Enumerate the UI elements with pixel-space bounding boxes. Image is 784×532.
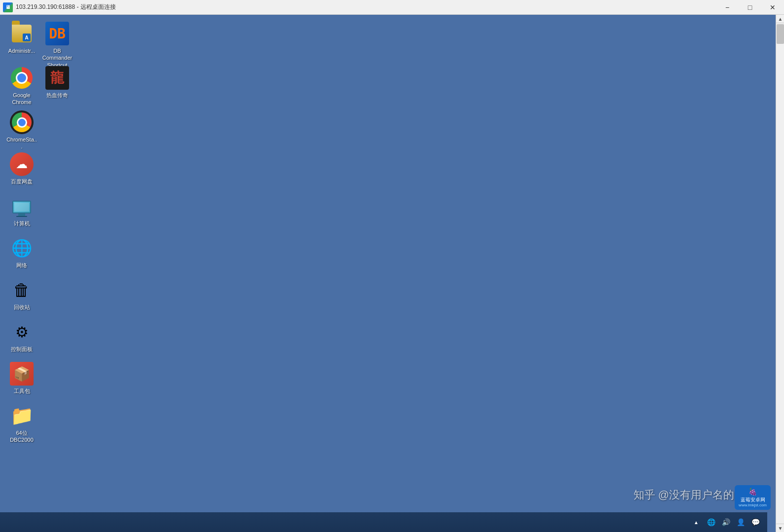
folder64-label: 64位DBC2000 (6, 429, 37, 444)
scrollbar[interactable]: ▲ ▼ (776, 15, 784, 532)
desktop-icon-tools[interactable]: 📦 工具包 (4, 360, 39, 396)
tools-label: 工具包 (14, 388, 30, 394)
rebirth-icon: 龍 (45, 66, 69, 90)
monitor-body (12, 201, 31, 213)
desktop: A Administr... DB DB CommanderShortcut G… (0, 15, 776, 532)
scrollbar-up-button[interactable]: ▲ (776, 15, 784, 23)
lm-logo-site: www.lmkjst.com (739, 503, 767, 508)
window-controls: − □ ✕ (716, 0, 784, 15)
title-icon: 🖥 (3, 2, 13, 12)
tray-user-icon[interactable]: 👤 (735, 516, 747, 528)
administrator-label: Administr... (8, 47, 35, 54)
taskbar: ▲ 🌐 🔊 👤 💬 (0, 512, 767, 532)
desktop-icon-recyclebin[interactable]: 🗑 回收站 (4, 276, 39, 313)
chromestandalone-icon (10, 110, 34, 134)
lm-logo-icon: 🍇 (739, 487, 767, 496)
rebirth-label: 热血传奇 (46, 92, 68, 99)
desktop-icon-computer[interactable]: 计算机 (4, 192, 39, 229)
desktop-icon-controlpanel[interactable]: ⚙ 控制面板 (4, 318, 39, 355)
close-button[interactable]: ✕ (761, 0, 784, 15)
tray-chat-icon[interactable]: 💬 (749, 516, 761, 528)
baidudisk-icon: ☁ (10, 152, 34, 176)
administrator-icon: A (10, 22, 34, 45)
chrome-label: Google Chrome (6, 92, 37, 106)
folder64-icon: 📁 (10, 404, 34, 427)
computer-icon (10, 194, 34, 218)
dbcommander-icon: DB (45, 22, 69, 45)
desktop-icon-chromestandalone[interactable]: ChromeSta... (4, 108, 39, 152)
network-icon: 🌐 (10, 236, 34, 260)
monitor-screen (14, 203, 29, 212)
controlpanel-icon: ⚙ (10, 320, 34, 344)
desktop-icon-network[interactable]: 🌐 网络 (4, 234, 39, 271)
scrollbar-thumb[interactable] (777, 24, 784, 44)
baidudisk-label: 百度网盘 (11, 178, 33, 185)
lm-logo: 🍇 蓝莓安卓网 www.lmkjst.com (735, 485, 771, 510)
chromestandalone-label: ChromeSta... (6, 136, 37, 150)
desktop-icon-64dbc2000[interactable]: 📁 64位DBC2000 (4, 402, 39, 446)
network-label: 网络 (16, 262, 27, 269)
desktop-icon-administrator[interactable]: A Administr... (4, 20, 39, 56)
admin-badge: A (23, 34, 31, 41)
system-tray: ▲ 🌐 🔊 👤 💬 (690, 516, 765, 528)
branding-area: 🍇 蓝莓安卓网 www.lmkjst.com (735, 485, 771, 510)
title-text: 103.219.30.190:61888 - 远程桌面连接 (16, 3, 716, 11)
tray-arrow[interactable]: ▲ (690, 516, 702, 528)
chrome-icon (10, 66, 34, 90)
scrollbar-down-button[interactable]: ▼ (776, 524, 784, 532)
desktop-icon-baidudisk[interactable]: ☁ 百度网盘 (4, 150, 39, 187)
recyclebin-label: 回收站 (14, 304, 30, 311)
desktop-icon-chrome[interactable]: Google Chrome (4, 64, 39, 108)
tools-icon: 📦 (10, 362, 34, 386)
lm-logo-text: 蓝莓安卓网 (739, 497, 767, 503)
minimize-button[interactable]: − (716, 0, 739, 15)
tray-network-icon[interactable]: 🌐 (705, 516, 717, 528)
chromestandalone-img (12, 112, 32, 132)
desktop-icon-dbcommander[interactable]: DB DB CommanderShortcut (39, 20, 75, 71)
maximize-button[interactable]: □ (739, 0, 761, 15)
controlpanel-label: 控制面板 (11, 346, 33, 353)
chrome-img (11, 67, 33, 89)
computer-label: 计算机 (14, 220, 30, 227)
recyclebin-icon: 🗑 (10, 278, 34, 302)
title-bar: 🖥 103.219.30.190:61888 - 远程桌面连接 − □ ✕ (0, 0, 784, 15)
monitor-base (16, 216, 27, 217)
tray-volume-icon[interactable]: 🔊 (720, 516, 732, 528)
admin-folder-img: A (12, 25, 32, 42)
desktop-icon-rebirth[interactable]: 龍 热血传奇 (39, 64, 75, 101)
